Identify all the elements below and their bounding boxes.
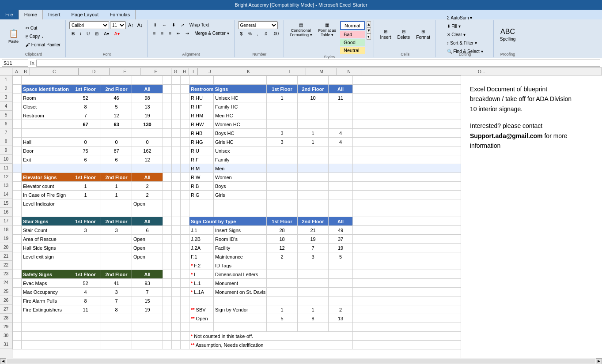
cell[interactable] (132, 208, 163, 217)
align-center-button[interactable]: ≡ (159, 30, 166, 37)
cell[interactable] (13, 323, 22, 332)
row-14[interactable]: 14 (0, 190, 12, 199)
cell[interactable] (181, 244, 189, 252)
cell[interactable] (181, 138, 189, 146)
cell[interactable] (163, 199, 172, 208)
cell[interactable] (13, 341, 22, 349)
rotate-text-button[interactable]: ↗ (178, 21, 186, 29)
row-16[interactable]: 16 (0, 208, 12, 217)
cell[interactable] (181, 173, 189, 182)
cell[interactable] (181, 323, 189, 332)
row-5[interactable]: 5 (0, 111, 12, 120)
cell[interactable] (181, 102, 189, 111)
delete-cells-button[interactable]: ⊟Delete (395, 28, 412, 41)
cell[interactable] (163, 111, 172, 120)
cell[interactable] (172, 164, 181, 173)
cell[interactable] (172, 261, 181, 270)
cell[interactable] (329, 120, 353, 129)
row-7[interactable]: 7 (0, 128, 12, 137)
cell[interactable] (298, 155, 329, 164)
cell[interactable] (267, 270, 298, 279)
cell[interactable] (163, 235, 172, 244)
cell[interactable] (329, 155, 353, 164)
align-right-button[interactable]: ≡ (167, 30, 174, 37)
row-8[interactable]: 8 (0, 137, 12, 146)
col-header-n[interactable]: N (337, 68, 361, 75)
decrease-indent-button[interactable]: ⇤ (174, 30, 182, 37)
fill-color-button[interactable]: A▾ (102, 30, 111, 38)
number-format-select[interactable]: General (238, 21, 278, 29)
cell[interactable] (13, 76, 22, 85)
cell[interactable] (298, 296, 329, 305)
cell[interactable] (13, 217, 22, 226)
cell[interactable] (163, 314, 172, 323)
row-26[interactable]: 26 (0, 296, 12, 305)
underline-button[interactable]: U (84, 30, 92, 38)
increase-indent-button[interactable]: ⇥ (183, 30, 191, 37)
insert-cells-button[interactable]: ⊞Insert (378, 28, 393, 41)
col-header-i[interactable]: I (189, 68, 198, 75)
cell[interactable] (181, 146, 189, 155)
cell[interactable] (298, 164, 329, 173)
cell[interactable] (298, 102, 329, 111)
currency-button[interactable]: $ (238, 30, 245, 38)
cell[interactable] (13, 208, 22, 217)
cell[interactable] (329, 191, 353, 199)
cell[interactable] (163, 323, 172, 332)
cell[interactable] (132, 341, 163, 349)
cell[interactable] (13, 164, 22, 173)
cell[interactable] (267, 173, 298, 182)
format-cells-button[interactable]: ⊞Format (414, 28, 432, 41)
row-31[interactable]: 31 (0, 340, 12, 349)
cell[interactable] (181, 155, 189, 164)
cell[interactable] (13, 102, 22, 111)
col-header-g[interactable]: G (171, 68, 180, 75)
row-21[interactable]: 21 (0, 252, 12, 261)
row-29[interactable]: 29 (0, 323, 12, 331)
cell[interactable] (163, 164, 172, 173)
cell[interactable] (70, 129, 101, 138)
cell[interactable] (329, 323, 353, 332)
cell[interactable] (132, 76, 163, 85)
merge-center-button[interactable]: Merge & Center ▾ (192, 30, 231, 37)
cell[interactable] (329, 76, 353, 85)
cell[interactable] (22, 323, 70, 332)
cell[interactable] (22, 129, 70, 138)
cell[interactable] (22, 120, 70, 129)
cell[interactable] (181, 208, 189, 217)
cell[interactable] (13, 199, 22, 208)
cell[interactable] (267, 296, 298, 305)
row-19[interactable]: 19 (0, 234, 12, 243)
row-3[interactable]: 3 (0, 93, 12, 102)
row-15[interactable]: 15 (0, 199, 12, 208)
cell[interactable] (267, 76, 298, 85)
cell[interactable] (298, 199, 329, 208)
cell[interactable] (172, 279, 181, 288)
cell[interactable] (172, 305, 181, 314)
cell[interactable] (163, 182, 172, 191)
cell[interactable] (13, 305, 22, 314)
row-28[interactable]: 28 (0, 314, 12, 323)
tab-insert[interactable]: Insert (43, 10, 66, 19)
cell[interactable] (13, 138, 22, 146)
cell[interactable] (298, 173, 329, 182)
cell[interactable] (172, 182, 181, 191)
row-30[interactable]: 30 (0, 331, 12, 340)
cell[interactable] (13, 244, 22, 252)
cell[interactable] (22, 332, 70, 341)
cell[interactable] (189, 76, 214, 85)
scrollbar-track[interactable] (7, 359, 595, 364)
col-header-more[interactable]: O... (361, 68, 602, 75)
border-button[interactable]: ⊞ (93, 30, 101, 38)
col-header-l[interactable]: L (275, 68, 306, 75)
cell[interactable] (298, 261, 329, 270)
cell[interactable] (267, 208, 298, 217)
cell[interactable] (267, 323, 298, 332)
cell[interactable] (172, 323, 181, 332)
cell[interactable] (329, 288, 353, 296)
cell[interactable] (163, 244, 172, 252)
cell[interactable] (163, 94, 172, 102)
cell[interactable] (329, 261, 353, 270)
cell[interactable] (298, 288, 329, 296)
cell[interactable] (181, 76, 189, 85)
